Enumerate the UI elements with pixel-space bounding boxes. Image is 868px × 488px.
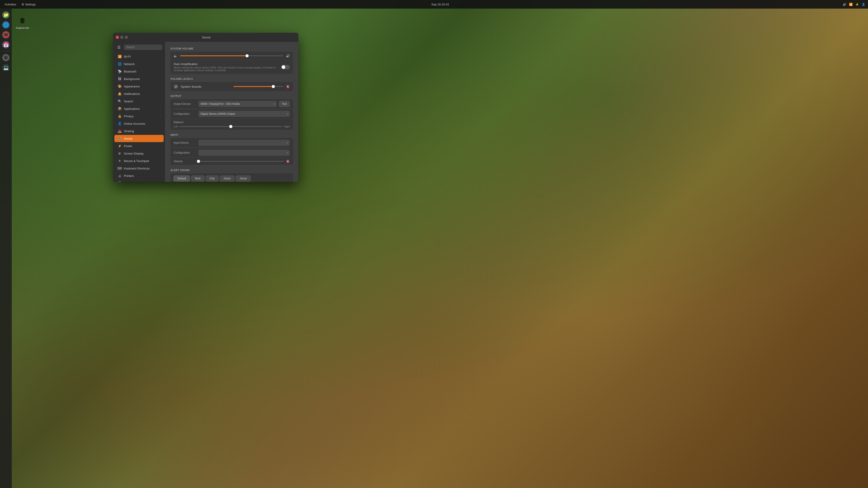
over-amplification-toggle[interactable] bbox=[281, 65, 290, 69]
input-device-dropdown-wrapper bbox=[198, 140, 290, 146]
notifications-nav-label: Notifications bbox=[124, 92, 160, 96]
sidebar-item-bluetooth[interactable]: 📡Bluetooth bbox=[114, 68, 164, 75]
activities-button[interactable]: Activities bbox=[3, 2, 18, 7]
alert-btn-glass[interactable]: Glass bbox=[220, 175, 235, 182]
system-sounds-row: 🔊 System Sounds 🔇 bbox=[170, 82, 293, 91]
session-icon[interactable]: 👤 bbox=[862, 3, 865, 6]
alert-btn-drip[interactable]: Drip bbox=[206, 175, 219, 182]
dock-terminal[interactable]: 💻 bbox=[1, 63, 10, 72]
sidebar-item-background[interactable]: 🖼Background bbox=[114, 75, 164, 83]
background-nav-label: Background bbox=[124, 77, 160, 80]
system-sounds-slider-thumb[interactable] bbox=[272, 85, 275, 88]
mouse-touchpad-nav-icon: 🖱 bbox=[118, 159, 122, 163]
sidebar-item-sharing[interactable]: 📤Sharing bbox=[114, 127, 164, 135]
rubbish-bin-icon: 🗑 bbox=[17, 15, 28, 26]
input-device-select[interactable] bbox=[198, 140, 290, 146]
sidebar-item-mouse-touchpad[interactable]: 🖱Mouse & Touchpad bbox=[114, 157, 164, 164]
system-volume-mute-icon[interactable]: 🔊 bbox=[286, 54, 290, 58]
output-configuration-select[interactable]: Digital Stereo (HDMI) Output bbox=[198, 111, 290, 117]
sidebar-item-online-accounts[interactable]: 👤Online Accounts bbox=[114, 120, 164, 127]
balance-slider-row: Left Right bbox=[174, 125, 290, 128]
sidebar-item-search[interactable]: 🔍Search bbox=[114, 98, 164, 105]
desktop-rubbish-bin[interactable]: 🗑 Rubbish Bin bbox=[14, 13, 31, 31]
dock-settings[interactable]: ⚙ bbox=[1, 53, 10, 62]
over-amplification-label: Over-Amplification bbox=[174, 62, 278, 66]
dock: 📁 🌐 ✉ 📅 ⚙ 💻 bbox=[0, 8, 12, 488]
alert-btn-sonar[interactable]: Sonar bbox=[236, 175, 251, 182]
input-section-label: Input bbox=[170, 133, 293, 136]
system-sounds-mute-icon[interactable]: 🔇 bbox=[286, 85, 290, 88]
sidebar-item-keyboard-shortcuts[interactable]: ⌨Keyboard Shortcuts bbox=[114, 165, 164, 172]
system-volume-card: 🔈 🔊 Over-Amplification Allows raising th… bbox=[170, 52, 293, 74]
input-device-label: Input Device bbox=[174, 141, 196, 144]
settings-window: Sound ☰ 📶Wi-Fi🌐Network📡Bluetooth🖼Backgro… bbox=[113, 33, 298, 182]
window-maximize-button[interactable] bbox=[125, 36, 128, 39]
sidebar-item-appearance[interactable]: 🎨Appearance bbox=[114, 83, 164, 90]
sound-nav-label: Sound bbox=[124, 137, 160, 140]
input-volume-slider-thumb[interactable] bbox=[197, 160, 200, 163]
window-title: Sound bbox=[130, 36, 283, 39]
appearance-nav-icon: 🎨 bbox=[118, 84, 122, 88]
alert-sound-card: DefaultBarkDripGlassSonar bbox=[170, 173, 293, 182]
alert-btn-default[interactable]: Default bbox=[174, 175, 190, 182]
output-configuration-label: Configuration bbox=[174, 112, 196, 116]
sidebar-nav: 📶Wi-Fi🌐Network📡Bluetooth🖼Background🎨Appe… bbox=[113, 52, 165, 182]
dock-email[interactable]: ✉ bbox=[1, 30, 10, 39]
sidebar-item-privacy[interactable]: 🔒Privacy› bbox=[114, 112, 164, 120]
dock-files[interactable]: 📁 bbox=[1, 10, 10, 20]
removable-media-nav-label: Removable Media bbox=[124, 182, 160, 182]
system-sounds-slider-track[interactable] bbox=[234, 86, 283, 87]
window-minimize-button[interactable] bbox=[120, 36, 123, 39]
bluetooth-nav-label: Bluetooth bbox=[124, 70, 160, 73]
system-volume-slider-thumb[interactable] bbox=[246, 54, 249, 57]
dock-calendar[interactable]: 📅 bbox=[1, 40, 10, 49]
input-configuration-select[interactable] bbox=[198, 150, 290, 156]
sidebar-menu-button[interactable]: ☰ bbox=[116, 44, 122, 51]
privacy-nav-icon: 🔒 bbox=[118, 114, 122, 118]
sidebar-item-wifi[interactable]: 📶Wi-Fi bbox=[114, 53, 164, 60]
input-configuration-row: Configuration bbox=[170, 148, 293, 158]
balance-slider-track[interactable] bbox=[180, 126, 282, 127]
system-volume-slider-track[interactable] bbox=[180, 55, 283, 56]
over-amplification-row: Over-Amplification Allows raising the vo… bbox=[170, 60, 293, 74]
output-card: Output Device HDMI / DisplayPort - HDA N… bbox=[170, 99, 293, 130]
sharing-nav-label: Sharing bbox=[124, 129, 160, 133]
over-amplification-knob bbox=[282, 65, 285, 69]
mouse-touchpad-nav-label: Mouse & Touchpad bbox=[124, 159, 160, 163]
sidebar-item-printers[interactable]: 🖨Printers bbox=[114, 172, 164, 180]
balance-left-label: Left bbox=[174, 125, 178, 128]
input-volume-slider-track[interactable] bbox=[198, 161, 284, 162]
system-volume-slider-fill bbox=[180, 55, 247, 56]
power-indicator[interactable]: ⚡ bbox=[855, 3, 859, 6]
output-device-select[interactable]: HDMI / DisplayPort - HDA Nvidia bbox=[198, 101, 277, 107]
settings-indicator: ⚙ Settings bbox=[20, 2, 37, 7]
test-button[interactable]: Test bbox=[279, 101, 290, 107]
sidebar-search-input[interactable] bbox=[124, 44, 162, 50]
topbar-right-icons: 🔊 📶 ⚡ 👤 bbox=[843, 3, 865, 6]
sidebar-item-power[interactable]: ⚡Power bbox=[114, 142, 164, 150]
power-nav-label: Power bbox=[124, 144, 160, 148]
dock-browser[interactable]: 🌐 bbox=[1, 20, 10, 29]
input-volume-mute-icon[interactable]: 🔇 bbox=[286, 160, 290, 163]
sidebar-item-screen-display[interactable]: 🖥Screen Display bbox=[114, 150, 164, 157]
system-volume-section-label: System Volume bbox=[170, 47, 293, 50]
system-volume-slider-container bbox=[180, 55, 283, 56]
volume-levels-section-label: Volume Levels bbox=[170, 77, 293, 80]
output-device-dropdown-wrapper: HDMI / DisplayPort - HDA Nvidia bbox=[198, 101, 277, 107]
network-nav-label: Network bbox=[124, 62, 160, 66]
balance-slider-thumb[interactable] bbox=[229, 125, 232, 128]
sidebar-item-notifications[interactable]: 🔔Notifications bbox=[114, 90, 164, 97]
sidebar-item-removable-media[interactable]: 💾Removable Media bbox=[114, 180, 164, 182]
alert-btn-bark[interactable]: Bark bbox=[191, 175, 205, 182]
sidebar-item-sound[interactable]: 🔊Sound bbox=[114, 135, 164, 142]
wifi-nav-icon: 📶 bbox=[118, 55, 122, 59]
window-close-button[interactable] bbox=[116, 36, 119, 39]
network-icon[interactable]: 📶 bbox=[849, 3, 852, 6]
alert-sound-buttons-row: DefaultBarkDripGlassSonar bbox=[170, 173, 293, 182]
volume-icon[interactable]: 🔊 bbox=[843, 3, 846, 6]
sidebar-item-network[interactable]: 🌐Network bbox=[114, 60, 164, 68]
sidebar-item-applications[interactable]: 📦Applications› bbox=[114, 105, 164, 112]
removable-media-nav-icon: 💾 bbox=[118, 181, 122, 182]
balance-right-label: Right bbox=[284, 125, 290, 128]
printers-nav-label: Printers bbox=[124, 174, 160, 177]
